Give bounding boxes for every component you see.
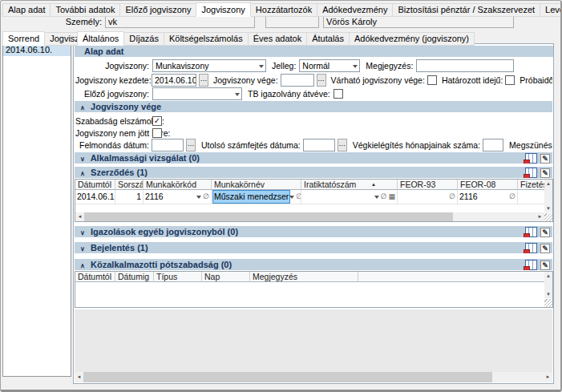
cell-fizetesi[interactable] [518, 190, 547, 204]
table-red-marker-icon[interactable] [525, 260, 537, 270]
col-iratiktatoszam[interactable]: Iratiktatószám ▲ [301, 180, 398, 190]
col-tipus[interactable]: Típus [154, 272, 202, 282]
scroll-down-icon[interactable]: ▼ [544, 204, 552, 212]
grid-lookup-icon[interactable]: ▦ [388, 191, 395, 203]
jogviszony-list[interactable]: 2014.06.10. [2, 43, 71, 377]
col-datumtol[interactable]: Dátumtól [75, 272, 115, 282]
table-red-marker-icon[interactable] [525, 153, 537, 164]
col-feor08[interactable]: FEOR-08 [458, 180, 518, 190]
kezdete-input[interactable]: 2014.06.10. [152, 74, 196, 87]
date-picker-icon[interactable]: … [317, 74, 326, 87]
tb-checkbox[interactable] [334, 89, 343, 99]
person-name-field[interactable]: Vörös Károly [323, 15, 514, 28]
col-datumtol[interactable]: Dátumtól [75, 180, 115, 190]
person-middle-field[interactable] [265, 15, 319, 28]
cell-datumtol[interactable]: 2014.06.10. [75, 190, 115, 204]
tab-koltsegelszamolas[interactable]: Költségelszámolás [164, 32, 249, 46]
tab-biztositasi-penztar[interactable]: Biztosítási pénztár / Szakszervezet [392, 3, 540, 17]
clear-value-icon[interactable]: ∅ [381, 191, 387, 203]
tab-eves-adatok[interactable]: Éves adatok [248, 32, 308, 46]
vegkielegites-input[interactable] [483, 139, 503, 152]
jelleg-combo[interactable]: Normál [299, 59, 360, 72]
tab-adokedvezmeny[interactable]: Adókedvezmény [317, 3, 393, 17]
resize-grip[interactable] [544, 213, 552, 221]
clear-value-icon[interactable]: ∅ [296, 191, 301, 203]
col-munkakornev[interactable]: Munkakörnév [212, 180, 301, 190]
elozo-combo[interactable] [152, 87, 242, 100]
scroll-down-icon[interactable]: ▼ [544, 290, 552, 298]
scroll-left-icon[interactable]: ◄ [75, 212, 84, 221]
col-fizetesi[interactable]: Fizetési os [518, 180, 547, 190]
clear-value-icon[interactable]: ∅ [203, 191, 209, 203]
date-picker-icon[interactable]: … [199, 74, 208, 87]
edit-pencil-icon[interactable]: ✎ [540, 154, 550, 164]
nemjott-checkbox[interactable] [152, 128, 162, 138]
szerzodes-h-scrollbar[interactable]: ◄ ► [75, 212, 544, 221]
tab-dijazas[interactable]: Díjazás [123, 32, 164, 46]
col-nap[interactable]: Nap [202, 272, 250, 282]
utolso-input[interactable] [303, 139, 335, 152]
vege-input[interactable] [281, 74, 314, 87]
col-sorszam[interactable]: Sorszám [115, 180, 144, 190]
tab-jogviszony[interactable]: Jogviszony [196, 2, 250, 17]
tab-elozo-jogviszony[interactable]: Előző jogviszony [119, 3, 196, 17]
cell-sorszam[interactable]: 1 [115, 190, 144, 204]
resize-grip[interactable] [544, 299, 552, 307]
scroll-right-icon[interactable]: ► [536, 212, 544, 221]
scroll-up-icon[interactable]: ▲ [544, 180, 552, 188]
section-header-igazolasok[interactable]: ∨ Igazolások egyéb jogviszonyból (0) ✎ [75, 226, 552, 237]
chevron-down-icon[interactable] [196, 196, 201, 199]
table-red-marker-icon[interactable] [525, 227, 537, 237]
col-megjegyzes[interactable]: Megjegyzés [250, 272, 358, 282]
section-header-alkalmassagi[interactable]: ∨ Alkalmassági vizsgálat (0) ✎ [75, 152, 552, 164]
scrollbar-thumb[interactable] [84, 212, 453, 221]
section-header-potszabadsag[interactable]: ∧ Közalkalmazotti pótszabadság (0) ✎ [75, 259, 552, 270]
date-picker-icon[interactable]: … [338, 139, 347, 152]
cell-munkakorkod[interactable]: 2116 ∅ [144, 190, 212, 204]
section-header-szerzodes[interactable]: ∧ Szerződés (1) ✎ [75, 167, 552, 178]
jogviszony-combo[interactable]: Munkaviszony [152, 59, 266, 72]
tab-levonasok[interactable]: Levonások [540, 3, 562, 17]
list-item-selected[interactable]: 2014.06.10. [3, 44, 71, 56]
tab-hozzatartozok[interactable]: Hozzátartozók [250, 3, 317, 17]
scroll-up-icon[interactable]: ▲ [544, 272, 552, 280]
chevron-down-icon[interactable] [289, 196, 294, 199]
main-h-scrollbar[interactable]: ◄ ► [75, 372, 552, 382]
tab-atutalas[interactable]: Átutalás [306, 32, 350, 46]
szerzodes-v-scrollbar[interactable]: ▲ ▼ [544, 180, 552, 212]
megjegyzes-input[interactable] [416, 59, 514, 72]
col-datumig[interactable]: Dátumig [115, 272, 154, 282]
scrollbar-thumb[interactable] [83, 372, 492, 382]
edit-pencil-icon[interactable]: ✎ [540, 168, 550, 178]
varhato-checkbox[interactable] [427, 75, 437, 85]
col-feor93[interactable]: FEOR-93 [398, 180, 458, 190]
szerzodes-table-row[interactable]: 2014.06.10. 1 2116 ∅ Műszaki menedzser ∅ [75, 190, 552, 204]
cell-feor08[interactable]: 2116 ∅ [458, 190, 518, 204]
sidebar-tab-sorrend[interactable]: Sorrend [2, 31, 45, 46]
hatarozott-checkbox[interactable] [505, 75, 515, 85]
szabadsag-checkbox[interactable]: ✓ [152, 116, 162, 126]
clear-value-icon[interactable]: ∅ [449, 191, 455, 203]
section-header-bejelentes[interactable]: ∨ Bejelentés (1) ✎ [75, 242, 552, 253]
col-munkakorkod[interactable]: Munkakörkód [144, 180, 212, 190]
edit-pencil-icon[interactable]: ✎ [540, 261, 550, 270]
table-red-marker-icon[interactable] [525, 168, 537, 178]
table-red-marker-icon[interactable] [525, 243, 537, 253]
chevron-down-icon[interactable] [374, 196, 379, 199]
cell-iratiktatoszam[interactable]: ∅ ▦ [301, 190, 398, 204]
clear-value-icon[interactable]: ∅ [509, 191, 516, 203]
person-code-field[interactable]: vk [105, 15, 255, 28]
scroll-right-icon[interactable]: ► [544, 373, 552, 382]
tab-alap-adat[interactable]: Alap adat [2, 3, 51, 17]
scroll-left-icon[interactable]: ◄ [75, 373, 83, 382]
date-picker-icon[interactable]: … [186, 139, 196, 152]
edit-pencil-icon[interactable]: ✎ [540, 228, 550, 237]
edit-pencil-icon[interactable]: ✎ [540, 244, 550, 253]
felmondas-input[interactable] [152, 139, 184, 152]
tab-adokedvezmeny-jogviszony[interactable]: Adókedvezmény (jogviszony) [349, 32, 475, 46]
section-header-jogviszony-vege[interactable]: ∧ Jogviszony vége [75, 101, 552, 112]
tab-altalanos[interactable]: Általános [77, 31, 124, 46]
cell-munkakornev[interactable]: Műszaki menedzser ∅ [212, 190, 301, 204]
cell-feor93[interactable]: ∅ [398, 190, 458, 204]
tab-tovabbi-adatok[interactable]: További adatok [50, 3, 120, 17]
